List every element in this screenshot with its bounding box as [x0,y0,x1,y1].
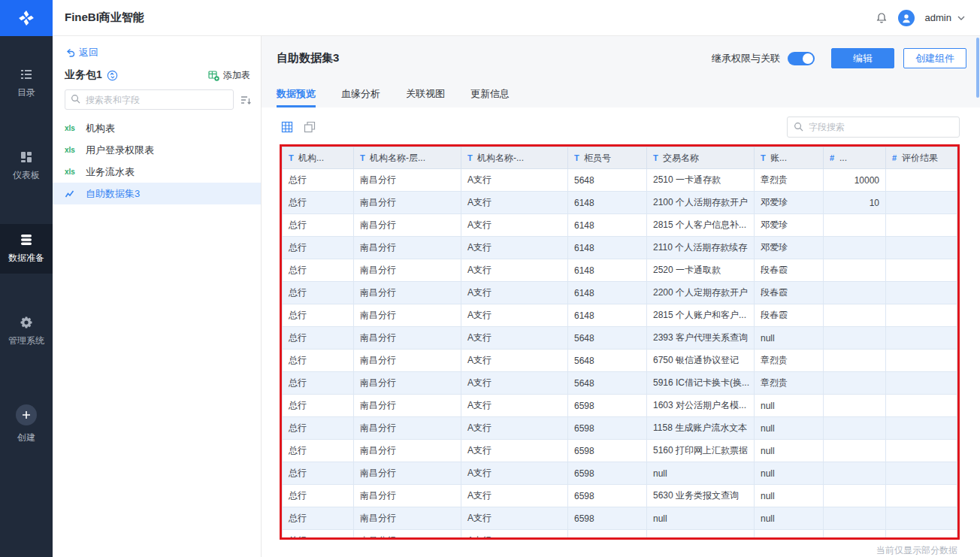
table-cell: A支行 [461,440,568,462]
table-cell: 6148 [568,237,647,259]
table-item-org[interactable]: xls 机构表 [53,117,261,139]
column-header[interactable]: T账... [755,147,824,169]
table-cell: 总行 [283,372,354,395]
table-row[interactable]: 总行南昌分行A支行56485916 IC借记卡换卡(换...章烈贵 [283,372,957,395]
table-row[interactable]: 总行南昌分行A支行61482815 个人客户信息补...邓爱珍 [283,214,957,237]
table-cell: A支行 [461,237,568,259]
table-cell: 6598 [568,395,647,417]
topbar: FineBI商业智能 admin [53,0,980,36]
table-cell: 2100 个人活期存款开户 [647,192,755,214]
data-table: T机构...T机构名称-层...T机构名称-...T柜员号T交易名称T账...#… [282,147,957,540]
create-button[interactable]: 创建 [16,404,37,444]
text-type-icon: T [467,153,477,162]
edit-button[interactable]: 编辑 [831,48,894,68]
back-link[interactable]: 返回 [53,36,261,67]
table-cell: 5648 [568,372,647,395]
table-cell: A支行 [461,530,568,540]
switch-package-icon[interactable] [107,70,118,81]
table-item-business-flow[interactable]: xls 业务流水表 [53,161,261,183]
table-item-user-perms[interactable]: xls 用户登录权限表 [53,139,261,161]
table-row[interactable]: 总行南昌分行A支行61482520 一卡通取款段春霞 [283,259,957,282]
table-cell: 南昌分行 [354,440,461,462]
toggle-knob [803,53,813,64]
table-row[interactable]: 总行南昌分行A支行6598nullnull [283,530,957,540]
column-header[interactable]: T机构名称-层... [354,147,461,169]
inherit-toggle[interactable] [788,52,815,65]
table-cell: null [755,530,824,540]
panel-search-input[interactable] [65,89,234,110]
field-search-input[interactable] [787,117,960,138]
table-cell [824,417,886,440]
back-label: 返回 [79,46,98,59]
notification-bell-icon[interactable] [876,12,888,24]
annotation-rectangle: T机构...T机构名称-层...T机构名称-...T柜员号T交易名称T账...#… [280,144,960,540]
table-row[interactable]: 总行南昌分行A支行56482510 一卡通存款章烈贵10000 [283,169,957,192]
avatar[interactable] [898,10,915,26]
table-cell: null [647,530,755,540]
dataset-item-selected[interactable]: 自助数据集3 [53,183,261,204]
table-cell: 6598 [568,485,647,507]
main-header: 自助数据集3 继承权限与关联 编辑 创建组件 [262,36,980,68]
column-label: ... [839,153,847,163]
table-cell: null [647,462,755,485]
table-cell [886,462,957,485]
table-cell [886,259,957,282]
username[interactable]: admin [925,12,951,23]
app-logo[interactable] [0,0,53,36]
column-header[interactable]: T交易名称 [647,147,755,169]
column-header[interactable]: T柜员号 [568,147,647,169]
table-row[interactable]: 总行南昌分行A支行6598nullnull [283,462,957,485]
table-cell [824,237,886,259]
table-row[interactable]: 总行南昌分行A支行61482100 个人活期存款开户邓爱珍10 [283,192,957,214]
table-cell [824,395,886,417]
column-header[interactable]: #评价结果 [886,147,957,169]
table-cell [824,372,886,395]
table-cell [886,192,957,214]
table-tree: xls 机构表 xls 用户登录权限表 xls 业务流水表 自助数据集3 [53,117,261,204]
column-header[interactable]: #... [824,147,886,169]
table-row[interactable]: 总行南昌分行A支行65985160 打印网上汇款票据null [283,440,957,462]
tab-lineage-analysis[interactable]: 血缘分析 [341,80,380,107]
table-cell [824,530,886,540]
table-cell: 6148 [568,192,647,214]
tab-data-preview[interactable]: 数据预览 [277,80,316,107]
table-row[interactable]: 总行南昌分行A支行61482110 个人活期存款续存邓爱珍 [283,237,957,259]
table-cell: 5648 [568,350,647,372]
table-row[interactable]: 总行南昌分行A支行56482393 客户代理关系查询null [283,327,957,350]
table-cell: A支行 [461,462,568,485]
table-row[interactable]: 总行南昌分行A支行61482200 个人定期存款开户段春霞 [283,282,957,304]
table-cell: 总行 [283,192,354,214]
sort-icon[interactable] [240,94,252,106]
plus-icon [16,404,37,425]
tab-relation-view[interactable]: 关联视图 [406,80,445,107]
table-row[interactable]: 总行南昌分行A支行6598nullnull [283,507,957,530]
tab-update-info[interactable]: 更新信息 [470,80,510,107]
table-row[interactable]: 总行南昌分行A支行61482815 个人账户和客户...段春霞 [283,304,957,327]
table-cell [886,395,957,417]
column-header[interactable]: T机构... [283,147,354,169]
column-header[interactable]: T机构名称-... [461,147,568,169]
table-cell: 6148 [568,282,647,304]
table-cell: 南昌分行 [354,169,461,192]
table-row[interactable]: 总行南昌分行A支行65981603 对公活期户名模...null [283,395,957,417]
table-cell: null [755,327,824,350]
table-item-label: 自助数据集3 [86,187,140,201]
table-cell: 南昌分行 [354,350,461,372]
table-row[interactable]: 总行南昌分行A支行65981158 生成账户流水文本null [283,417,957,440]
table-cell [824,507,886,530]
sidebar-item-catalog[interactable]: 目录 [0,59,53,108]
chevron-down-icon[interactable] [957,16,965,20]
table-cell [824,327,886,350]
sidebar-item-data-prep[interactable]: 数据准备 [0,224,53,274]
card-view-icon[interactable] [304,121,316,133]
add-table-button[interactable]: 添加表 [208,69,250,82]
create-component-button[interactable]: 创建组件 [903,48,966,68]
grid-view-icon[interactable] [281,121,293,133]
table-row[interactable]: 总行南昌分行A支行65985630 业务类报文查询null [283,485,957,507]
table-cell: 2110 个人活期存款续存 [647,237,755,259]
table-row[interactable]: 总行南昌分行A支行56486750 银信通协议登记章烈贵 [283,350,957,372]
scrollbar-thumb[interactable] [976,38,979,98]
table-cell: null [755,485,824,507]
sidebar-item-dashboard[interactable]: 仪表板 [0,141,53,191]
sidebar-item-admin[interactable]: 管理系统 [0,307,53,356]
